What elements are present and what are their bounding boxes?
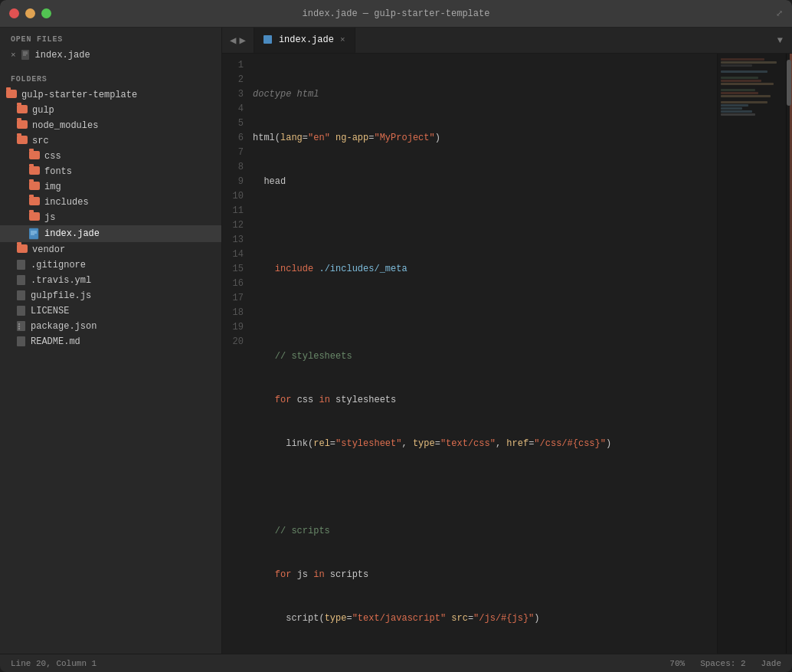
editor-content: 1 2 3 4 5 6 7 8 9 10 11 12 13 14 xyxy=(222,54,792,654)
line-numbers: 1 2 3 4 5 6 7 8 9 10 11 12 13 14 xyxy=(222,58,253,649)
status-bar: Line 20, Column 1 70% Spaces: 2 Jade xyxy=(0,654,792,672)
syntax-mode: Jade xyxy=(761,659,781,668)
app-body: OPEN FILES × index.jade FOLDERS xyxy=(0,28,792,672)
tree-label: gulp xyxy=(32,105,54,116)
sidebar: OPEN FILES × index.jade FOLDERS xyxy=(0,28,222,654)
open-files-label: OPEN FILES xyxy=(0,28,221,48)
tree-label: js xyxy=(44,212,55,223)
status-right: 70% Spaces: 2 Jade xyxy=(669,659,781,668)
tree-label: .travis.yml xyxy=(31,275,91,286)
folder-icon xyxy=(17,244,29,255)
folder-icon xyxy=(29,182,41,192)
close-button[interactable] xyxy=(9,8,19,18)
tree-item-gulp[interactable]: gulp xyxy=(0,103,221,118)
svg-point-16 xyxy=(18,328,20,329)
svg-rect-11 xyxy=(17,290,25,300)
tree-item-index-jade[interactable]: index.jade xyxy=(0,225,221,242)
tree-label: src xyxy=(32,136,49,146)
folder-icon xyxy=(29,166,41,177)
file-icon-tree xyxy=(17,260,26,270)
file-icon-tree xyxy=(17,275,26,286)
svg-rect-17 xyxy=(17,336,25,346)
editor-tab-index-jade[interactable]: index.jade × xyxy=(254,28,355,53)
folder-icon xyxy=(17,105,29,116)
jade-file-icon xyxy=(21,50,31,61)
svg-rect-10 xyxy=(17,275,25,285)
jade-file-icon-tree xyxy=(29,228,40,240)
tree-label: img xyxy=(44,182,61,192)
config-file-icon-tree xyxy=(17,321,26,332)
tree-label: gulpfile.js xyxy=(31,290,91,301)
open-file-close[interactable]: × xyxy=(11,51,16,60)
svg-rect-9 xyxy=(17,260,25,270)
tree-label: css xyxy=(44,151,61,162)
tree-label: vendor xyxy=(32,244,65,255)
folder-icon xyxy=(17,120,29,131)
tree-item-gulp-starter-template[interactable]: gulp-starter-template xyxy=(0,87,221,103)
maximize-button[interactable] xyxy=(41,8,51,18)
tab-file-icon xyxy=(263,35,273,44)
editor-area: ◀ ▶ index.jade × ▼ 1 xyxy=(222,28,792,654)
svg-rect-18 xyxy=(263,35,272,44)
file-icon-tree xyxy=(17,306,26,316)
code-content[interactable]: doctype html html(lang="en" ng-app="MyPr… xyxy=(253,58,717,649)
zoom-level: 70% xyxy=(669,659,685,668)
folders-section: FOLDERS gulp-starter-template gulp xyxy=(0,67,221,349)
tree-item-css[interactable]: css xyxy=(0,149,221,164)
window-title: index.jade — gulp-starter-template xyxy=(303,8,490,19)
window-buttons xyxy=(9,8,51,18)
folders-label: FOLDERS xyxy=(0,67,221,87)
tab-close-button[interactable]: × xyxy=(340,35,345,44)
main-area: OPEN FILES × index.jade FOLDERS xyxy=(0,28,792,654)
tree-item-travis[interactable]: .travis.yml xyxy=(0,273,221,288)
tab-label: index.jade xyxy=(279,34,334,45)
scrollbar-thumb[interactable] xyxy=(787,60,791,106)
tree-label: README.md xyxy=(31,336,80,347)
open-file-item[interactable]: × index.jade xyxy=(0,48,221,63)
tree-label: LICENSE xyxy=(31,306,69,316)
tree-label: index.jade xyxy=(44,228,100,239)
open-file-name: index.jade xyxy=(35,50,90,61)
tree-item-gitignore[interactable]: .gitignore xyxy=(0,257,221,273)
tree-item-src[interactable]: src xyxy=(0,133,221,149)
minimap-content xyxy=(718,54,786,121)
svg-point-15 xyxy=(18,326,20,327)
tree-item-readme[interactable]: README.md xyxy=(0,334,221,349)
code-editor[interactable]: 1 2 3 4 5 6 7 8 9 10 11 12 13 14 xyxy=(222,54,717,654)
minimize-button[interactable] xyxy=(25,8,35,18)
svg-rect-12 xyxy=(17,306,25,316)
expand-icon[interactable]: ⤢ xyxy=(776,8,783,18)
tree-label: includes xyxy=(44,197,89,208)
folder-icon xyxy=(6,90,18,100)
tree-label: .gitignore xyxy=(31,260,86,270)
tree-item-gulpfile[interactable]: gulpfile.js xyxy=(0,288,221,303)
folder-icon xyxy=(29,212,41,223)
tree-item-includes[interactable]: includes xyxy=(0,195,221,210)
tree-item-package-json[interactable]: package.json xyxy=(0,319,221,334)
scrollbar[interactable] xyxy=(786,54,792,654)
tree-label: package.json xyxy=(31,321,97,332)
nav-right-arrow[interactable]: ▶ xyxy=(237,34,247,47)
tree-item-fonts[interactable]: fonts xyxy=(0,164,221,179)
file-icon-tree xyxy=(17,290,26,301)
tab-bar: ◀ ▶ index.jade × ▼ xyxy=(222,28,792,54)
tree-label: gulp-starter-template xyxy=(21,90,137,100)
status-left: Line 20, Column 1 xyxy=(11,659,97,668)
minimap xyxy=(717,54,786,654)
svg-rect-4 xyxy=(29,228,38,239)
svg-rect-13 xyxy=(17,321,25,331)
file-icon-tree xyxy=(17,336,26,347)
tree-label: fonts xyxy=(44,166,72,177)
tree-item-vendor[interactable]: vendor xyxy=(0,242,221,257)
dropdown-arrow-icon: ▼ xyxy=(777,35,783,46)
folder-icon xyxy=(29,197,41,208)
tree-item-node-modules[interactable]: node_modules xyxy=(0,118,221,133)
cursor-position: Line 20, Column 1 xyxy=(11,659,97,668)
tree-item-license[interactable]: LICENSE xyxy=(0,303,221,319)
indentation: Spaces: 2 xyxy=(700,659,745,668)
tree-item-js[interactable]: js xyxy=(0,210,221,225)
nav-left-arrow[interactable]: ◀ xyxy=(228,34,237,47)
tab-dropdown-button[interactable]: ▼ xyxy=(768,28,792,53)
nav-arrows: ◀ ▶ xyxy=(222,28,254,53)
tree-item-img[interactable]: img xyxy=(0,179,221,195)
